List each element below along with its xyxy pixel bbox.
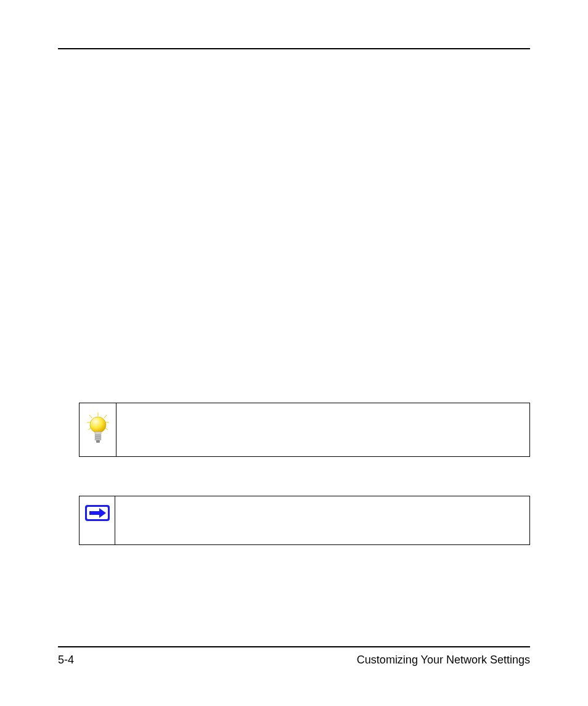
svg-rect-9 (95, 435, 101, 437)
arrow-right-icon (84, 504, 111, 525)
svg-point-7 (90, 417, 106, 433)
svg-rect-8 (95, 432, 101, 435)
svg-rect-11 (95, 438, 101, 440)
tip-text (116, 403, 529, 456)
svg-rect-15 (89, 511, 99, 515)
page-footer: 5-4 Customizing Your Network Settings (58, 654, 530, 667)
bottom-divider (58, 646, 530, 647)
tip-callout (79, 403, 530, 457)
svg-rect-12 (96, 440, 100, 443)
svg-line-2 (104, 415, 107, 418)
note-icon-cell (80, 496, 115, 544)
svg-rect-10 (95, 437, 101, 438)
page-number: 5-4 (58, 654, 74, 667)
note-text (115, 496, 529, 544)
note-callout (79, 496, 530, 545)
tip-icon-cell (80, 403, 116, 456)
svg-line-1 (89, 415, 92, 418)
lightbulb-icon (84, 411, 112, 448)
top-divider (58, 48, 530, 49)
section-title: Customizing Your Network Settings (357, 654, 530, 667)
